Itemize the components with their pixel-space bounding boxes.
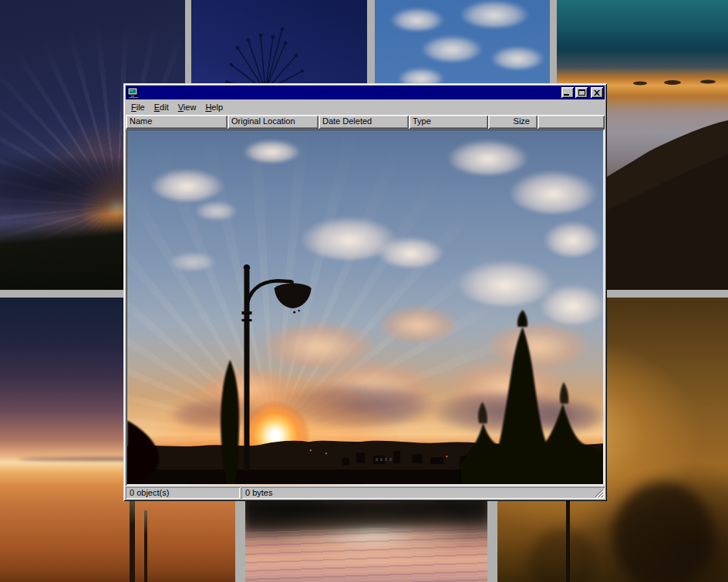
column-headers: Name Original Location Date Deleted Type… [126,115,605,129]
column-header-size[interactable]: Size [488,115,538,129]
menu-edit[interactable]: Edit [150,101,174,113]
close-button[interactable] [591,87,603,98]
column-header-empty[interactable] [538,115,605,129]
close-icon [594,90,600,96]
blurred-silhouette [528,529,598,582]
recycle-bin-window: File Edit View Help Name Original Locati… [123,83,607,501]
status-byte-count: 0 bytes [241,487,605,499]
menu-file[interactable]: File [126,101,150,113]
column-header-date-deleted[interactable]: Date Deleted [318,115,409,129]
column-header-name[interactable]: Name [126,115,228,129]
column-header-type[interactable]: Type [409,115,488,129]
water-ripples [245,528,487,582]
title-bar[interactable] [126,86,605,99]
cloud [421,35,483,62]
water-pole [144,510,147,582]
cloud [390,8,444,31]
maximize-icon [578,89,585,96]
cloud [490,46,544,69]
menu-bar: File Edit View Help [126,99,605,115]
minimize-icon [564,94,569,96]
menu-view[interactable]: View [174,101,201,113]
status-bar: 0 object(s) 0 bytes [126,486,605,499]
foreground-silhouettes [127,130,603,484]
status-object-count: 0 object(s) [126,487,240,499]
resize-grip[interactable] [594,488,604,498]
column-header-original-location[interactable]: Original Location [228,115,318,129]
cloud [460,0,529,28]
minimize-button[interactable] [561,87,574,98]
lamppost-pole [566,500,570,582]
folder-view[interactable] [126,129,605,486]
blurred-silhouette [613,483,713,582]
folder-background-photo [127,130,603,484]
maximize-button[interactable] [575,87,588,98]
computer-icon [127,87,140,99]
menu-help[interactable]: Help [201,101,228,113]
water-pole [130,493,135,582]
